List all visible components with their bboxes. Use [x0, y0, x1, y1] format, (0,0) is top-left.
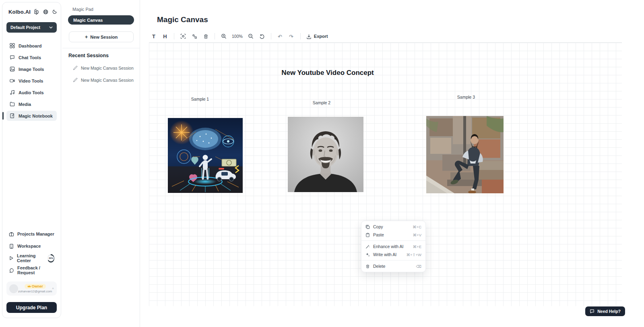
sidebar: Kolbo.AI Default Project Dashboard Chat …	[2, 2, 61, 318]
export-button[interactable]: Export	[305, 34, 330, 39]
sidebar-item-label: Workspace	[17, 244, 41, 248]
media-folder-icon	[10, 101, 15, 107]
canvas-heading-text[interactable]: New Youtube Video Concept	[281, 69, 374, 77]
shortcut-label: ⌘+V	[413, 233, 421, 237]
toolbar-divider	[215, 33, 215, 39]
sidebar-item-label: Audio Tools	[19, 90, 44, 95]
undo-button[interactable]: ↶	[275, 31, 285, 41]
sidebar-item-media[interactable]: Media	[6, 99, 57, 109]
logo-row: Kolbo.AI	[6, 9, 57, 15]
sample-2-image[interactable]	[288, 117, 363, 192]
avatar	[9, 284, 18, 293]
shortcut-label: ⌘+⇧+W	[406, 252, 421, 257]
context-menu-item-write-with-ai[interactable]: Write with AI ⌘+⇧+W	[361, 250, 425, 259]
upgrade-plan-button[interactable]: Upgrade Plan	[6, 302, 57, 313]
text-tool-button[interactable]: T	[149, 31, 159, 41]
sample-1-image[interactable]	[168, 118, 243, 193]
panel-group-label: Magic Pad	[62, 0, 140, 12]
trash-icon	[203, 34, 208, 39]
sidebar-item-dashboard[interactable]: Dashboard	[6, 41, 57, 51]
sidebar-item-chat-tools[interactable]: Chat Tools	[6, 52, 57, 62]
ai-select-tool-button[interactable]	[178, 31, 188, 41]
sidebar-nav: Dashboard Chat Tools Image Tools Video T…	[6, 41, 57, 121]
sidebar-item-audio-tools[interactable]: Audio Tools	[6, 87, 57, 97]
zoom-out-button[interactable]	[246, 31, 256, 41]
shortcut-label: ⌘+C	[413, 225, 421, 229]
context-menu-item-copy[interactable]: Copy ⌘+C	[361, 223, 425, 231]
page-title: Magic Canvas	[157, 15, 208, 24]
canvas-toolbar: T H 100% ↶ ↷ Export	[149, 31, 330, 42]
delete-tool-button[interactable]	[201, 31, 211, 41]
context-menu-item-enhance-with-ai[interactable]: Enhance with AI ⌘+E	[361, 242, 425, 250]
zoom-in-button[interactable]	[219, 31, 229, 41]
chat-icon	[10, 55, 15, 60]
owner-badge: Owner	[25, 284, 46, 289]
redo-button[interactable]: ↷	[287, 31, 296, 41]
download-icon	[306, 34, 312, 39]
magic-wand-icon	[365, 244, 370, 249]
context-menu: Copy ⌘+C Paste ⌘+V Enhance with AI ⌘+E W…	[361, 221, 426, 272]
learning-progress-ring: 66%	[47, 254, 54, 263]
sidebar-item-workspace[interactable]: Workspace	[6, 241, 57, 251]
main-area: Magic Canvas T H 100% ↶ ↷ Export	[140, 0, 644, 327]
dark-mode-moon-icon[interactable]	[52, 9, 57, 14]
sidebar-item-label: Chat Tools	[19, 55, 41, 60]
sidebar-item-feedback[interactable]: Feedback / Request	[6, 265, 57, 275]
dashboard-icon	[10, 43, 15, 48]
context-menu-divider	[361, 260, 425, 261]
context-menu-item-delete[interactable]: Delete ⌫	[361, 262, 425, 270]
sidebar-item-video-tools[interactable]: Video Tools	[6, 76, 57, 86]
sample-3-label[interactable]: Sample 3	[457, 95, 475, 99]
active-session-tab[interactable]: Magic Canvas	[68, 15, 134, 25]
session-list-item[interactable]: New Magic Canvas Session	[73, 78, 140, 83]
crown-icon	[27, 285, 31, 288]
new-session-button[interactable]: + New Session	[69, 31, 134, 42]
brain-logo-icon	[33, 9, 39, 15]
sample-3-image[interactable]	[426, 116, 504, 193]
language-globe-icon[interactable]	[43, 9, 48, 14]
context-menu-item-paste[interactable]: Paste ⌘+V	[361, 231, 425, 239]
sidebar-item-label: Learning Center	[17, 253, 43, 263]
heading-tool-button[interactable]: H	[160, 31, 170, 41]
image-icon	[10, 66, 15, 72]
sample-2-label[interactable]: Sample 2	[313, 100, 330, 105]
need-help-button[interactable]: Need Help?	[585, 306, 625, 316]
reset-rotation-button[interactable]	[257, 31, 267, 41]
zoom-in-icon	[221, 33, 227, 39]
user-email: zoharvan12@gmail.com	[18, 290, 52, 293]
sidebar-item-label: Magic Notebook	[19, 114, 53, 118]
sidebar-item-label: Video Tools	[19, 79, 43, 83]
play-icon	[9, 256, 14, 261]
sidebar-item-label: Feedback / Request	[17, 265, 54, 275]
sidebar-item-label: Image Tools	[19, 67, 44, 72]
session-list-item[interactable]: New Magic Canvas Session	[73, 66, 140, 70]
shortcut-label: ⌘+E	[413, 244, 421, 249]
help-chat-icon	[590, 309, 594, 314]
plus-icon: +	[85, 34, 88, 40]
chevron-down-icon	[49, 26, 53, 29]
sidebar-item-projects-manager[interactable]: Projects Manager	[6, 229, 57, 239]
flow-nodes-icon	[192, 34, 197, 39]
feedback-bubble-icon	[9, 268, 14, 273]
zoom-out-icon	[248, 33, 254, 39]
video-icon	[10, 78, 15, 83]
sidebar-item-magic-notebook[interactable]: Magic Notebook	[6, 111, 57, 121]
flow-connect-tool-button[interactable]	[190, 31, 199, 41]
building-icon	[9, 244, 14, 249]
sidebar-item-image-tools[interactable]: Image Tools	[6, 64, 57, 74]
sample-1-label[interactable]: Sample 1	[191, 97, 209, 101]
sidebar-item-label: Media	[19, 102, 31, 107]
sessions-panel: Magic Pad Magic Canvas + New Session Rec…	[62, 0, 140, 327]
project-selector[interactable]: Default Project	[6, 22, 57, 33]
sidebar-item-label: Projects Manager	[17, 232, 54, 236]
sparkles-icon	[365, 252, 370, 257]
toolbar-divider	[271, 33, 271, 39]
shortcut-label: ⌫	[416, 264, 421, 269]
notebook-icon	[10, 113, 15, 118]
user-account-card[interactable]: Owner zoharvan12@gmail.com ˄	[6, 281, 57, 296]
audio-icon	[10, 90, 15, 95]
toolbar-divider	[300, 33, 301, 39]
sidebar-item-learning-center[interactable]: Learning Center 66%	[6, 253, 57, 263]
magic-canvas-workspace[interactable]: New Youtube Video Concept Sample 1 Sampl…	[149, 42, 622, 306]
sidebar-item-label: Dashboard	[19, 43, 41, 48]
